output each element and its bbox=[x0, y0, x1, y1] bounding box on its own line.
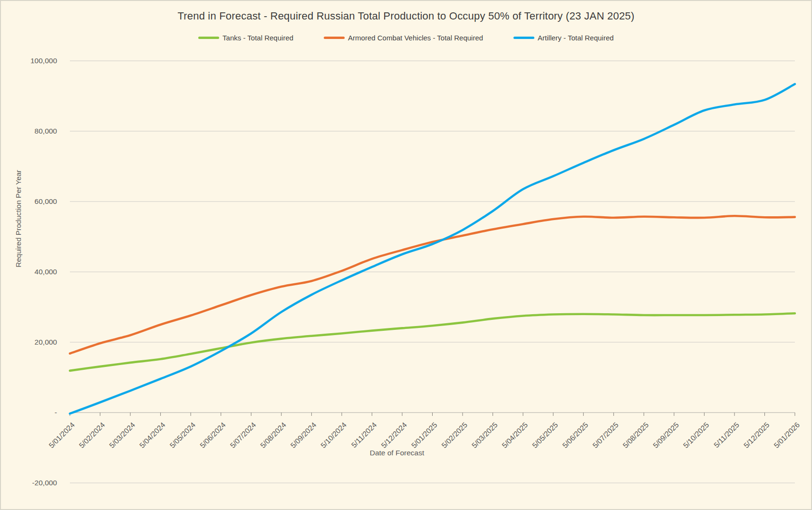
x-tick-label: 5/01/2024 bbox=[47, 421, 76, 450]
y-tick-label: 100,000 bbox=[30, 57, 57, 65]
x-tick-label: 5/10/2025 bbox=[682, 421, 711, 450]
x-tick-label: 5/08/2024 bbox=[259, 421, 288, 450]
x-tick-label: 5/04/2024 bbox=[138, 421, 167, 450]
x-tick-label: 5/02/2025 bbox=[440, 421, 469, 450]
x-tick-label: 5/07/2025 bbox=[591, 421, 620, 450]
gridlines bbox=[70, 61, 795, 483]
x-tick-label: 5/03/2024 bbox=[107, 421, 136, 450]
x-tick-label: 5/01/2026 bbox=[772, 421, 801, 450]
x-tick-label: 5/12/2025 bbox=[742, 421, 771, 450]
x-tick-label: 5/05/2025 bbox=[531, 421, 560, 450]
y-axis-labels: 100,00080,00060,00040,00020,000--20,000 bbox=[30, 57, 57, 487]
x-tick-label: 5/04/2025 bbox=[500, 421, 529, 450]
y-axis-title: Required Production Per Year bbox=[14, 170, 22, 267]
chart-canvas: Trend in Forecast - Required Russian Tot… bbox=[0, 0, 812, 510]
y-tick-label: 80,000 bbox=[35, 127, 58, 135]
x-tick-label: 5/09/2025 bbox=[651, 421, 680, 450]
x-tick-label: 5/06/2025 bbox=[561, 421, 590, 450]
series-line-artillery bbox=[70, 84, 795, 414]
x-tick-label: 5/02/2024 bbox=[77, 421, 106, 450]
y-tick-label: 60,000 bbox=[35, 197, 58, 205]
x-tick-label: 5/05/2024 bbox=[168, 421, 197, 450]
y-tick-label: 40,000 bbox=[35, 268, 58, 276]
y-tick-label: -20,000 bbox=[32, 479, 57, 487]
y-tick-label: 20,000 bbox=[35, 338, 58, 346]
x-tick-label: 5/07/2024 bbox=[229, 421, 258, 450]
x-axis-labels: 5/01/20245/02/20245/03/20245/04/20245/05… bbox=[47, 413, 801, 450]
x-tick-label: 5/11/2024 bbox=[350, 421, 378, 449]
series-lines bbox=[70, 84, 795, 414]
series-line-armored bbox=[70, 216, 795, 353]
x-tick-label: 5/09/2024 bbox=[289, 421, 318, 450]
y-tick-label: - bbox=[55, 408, 57, 416]
x-tick-label: 5/01/2025 bbox=[410, 421, 439, 450]
x-tick-label: 5/11/2025 bbox=[712, 421, 741, 449]
x-tick-label: 5/03/2025 bbox=[470, 421, 499, 450]
x-tick-label: 5/10/2024 bbox=[319, 421, 348, 450]
x-tick-label: 5/12/2024 bbox=[379, 421, 408, 450]
x-tick-label: 5/08/2025 bbox=[621, 421, 650, 450]
x-axis-title: Date of Forecast bbox=[370, 449, 425, 457]
plot-area: 100,00080,00060,00040,00020,000--20,000 … bbox=[1, 1, 812, 510]
x-tick-label: 5/06/2024 bbox=[198, 421, 227, 450]
